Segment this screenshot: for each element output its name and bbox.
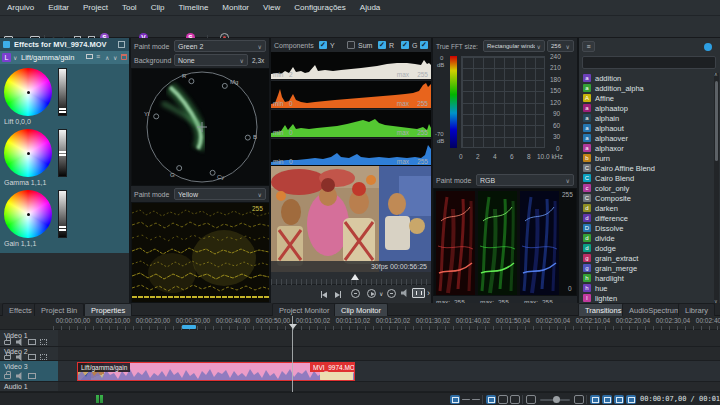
lift-value-slider[interactable] (58, 68, 67, 116)
monitor-ruler[interactable] (271, 272, 431, 285)
list-item[interactable]: ccolor_only (579, 183, 713, 193)
more-options-icon[interactable]: › (427, 288, 430, 298)
float-panel-icon[interactable] (118, 41, 125, 48)
gamma-color-wheel[interactable] (4, 129, 52, 177)
effect-search-input[interactable] (582, 56, 716, 69)
checkbox-sum[interactable] (347, 41, 355, 49)
tab-properties[interactable]: Properties (84, 303, 132, 316)
list-item[interactable]: aaddition (579, 73, 713, 83)
list-item[interactable]: aaddition_alpha (579, 83, 713, 93)
menu-configuracoes[interactable]: Configurações (287, 0, 353, 16)
audio-volume-icon[interactable] (401, 289, 409, 297)
presets-icon[interactable] (86, 54, 93, 59)
menu-tool[interactable]: Tool (115, 0, 144, 16)
fft-size-select[interactable]: 256∨ (547, 40, 574, 52)
monitor-video[interactable]: 30fps 00:00:56:25 (271, 166, 431, 272)
selection-tool-icon[interactable] (486, 395, 496, 404)
show-markers-icon[interactable] (614, 395, 624, 404)
tab-library[interactable]: Library (678, 303, 715, 316)
tab-clip-monitor[interactable]: Clip Monitor (334, 303, 388, 316)
parade-paint-mode-select[interactable]: RGB∨ (476, 174, 574, 186)
menu-monitor[interactable]: Monitor (215, 0, 256, 16)
monitor-playhead-marker[interactable] (351, 274, 359, 280)
lock-track-icon[interactable] (4, 355, 11, 360)
track-audio1-header[interactable]: Audio 1 (0, 382, 58, 392)
list-item[interactable]: aalphaover (579, 133, 713, 143)
list-item[interactable]: ddodge (579, 243, 713, 253)
list-scrollbar[interactable]: ∧ ∨ (714, 73, 719, 303)
track-video2-header[interactable]: Video 2 (0, 347, 58, 361)
waveform-paint-mode-select[interactable]: Yellow∨ (174, 188, 266, 200)
track-effects-icon[interactable] (40, 339, 47, 345)
slider-handle[interactable] (59, 151, 66, 153)
menu-timeline[interactable]: Timeline (171, 0, 215, 16)
checkbox-b[interactable]: ✓ (420, 41, 428, 49)
favorites-toggle-icon[interactable] (704, 43, 712, 51)
menu-view[interactable]: View (256, 0, 287, 16)
timecode-dropdown-icon[interactable]: ∨ (711, 395, 715, 402)
list-item[interactable]: CCairo Affine Blend (579, 163, 713, 173)
rewind-1-frame-icon[interactable] (321, 290, 327, 299)
effect-row-lift-gamma-gain[interactable]: L ∨ Lift/gamma/gain ≡ ∧ ∨ (0, 51, 129, 64)
track-tool-icon[interactable] (450, 395, 460, 404)
collapse-effect-icon[interactable]: ∨ (13, 54, 17, 61)
menu-clip[interactable]: Clip (144, 0, 172, 16)
tab-project-bin[interactable]: Project Bin (34, 303, 84, 316)
zoom-out-icon[interactable] (526, 395, 536, 404)
hide-track-icon[interactable] (28, 373, 36, 379)
track-video1-header[interactable]: Video 1 (0, 330, 58, 347)
gain-value-slider[interactable] (58, 190, 67, 238)
spacer-tool-icon[interactable] (462, 399, 470, 400)
fft-window-select[interactable]: Rectangular window∨ (483, 40, 545, 52)
lock-track-icon[interactable] (4, 340, 11, 345)
menu-ajuda[interactable]: Ajuda (353, 0, 387, 16)
timeline-zoom-slider[interactable] (540, 399, 570, 401)
list-item[interactable]: llighten (579, 293, 713, 303)
list-item[interactable]: ggrain_merge (579, 263, 713, 273)
slider-handle[interactable] (59, 108, 66, 110)
checkbox-r[interactable]: ✓ (378, 41, 386, 49)
vectorscope-background-select[interactable]: None∨ (174, 54, 248, 66)
tab-transitions[interactable]: Transitions (578, 303, 628, 316)
go-to-zone-start-icon[interactable] (351, 289, 360, 298)
playhead-marker[interactable] (289, 324, 297, 329)
list-item[interactable]: AAffine (579, 93, 713, 103)
list-item[interactable]: CComposite (579, 193, 713, 203)
zoom-fit-icon[interactable] (574, 395, 584, 404)
list-item[interactable]: CCairo Blend (579, 173, 713, 183)
scrollbar-thumb[interactable] (715, 81, 718, 161)
list-item[interactable]: aalphaout (579, 123, 713, 133)
zone-mode-icon[interactable] (412, 288, 425, 298)
list-item[interactable]: aalphaatop (579, 103, 713, 113)
effect-menu-icon[interactable]: ≡ (96, 53, 100, 60)
hide-track-icon[interactable] (28, 339, 36, 345)
delete-effect-icon[interactable] (121, 54, 127, 60)
mute-track-icon[interactable] (16, 372, 24, 380)
menu-editar[interactable]: Editar (41, 0, 76, 16)
show-audio-thumbnails-icon[interactable] (602, 395, 612, 404)
forward-1-frame-icon[interactable] (335, 290, 341, 299)
menu-project[interactable]: Project (76, 0, 115, 16)
list-item[interactable]: ggrain_extract (579, 253, 713, 263)
scroll-up-icon[interactable]: ∧ (714, 71, 718, 77)
go-to-zone-end-icon[interactable] (387, 289, 396, 298)
razor-guide-icon[interactable] (472, 399, 480, 400)
snap-icon[interactable] (626, 395, 636, 404)
hide-track-icon[interactable] (28, 354, 36, 360)
list-item[interactable]: ddarken (579, 203, 713, 213)
timeline-zone[interactable] (182, 325, 196, 329)
list-item[interactable]: aalphain (579, 113, 713, 123)
zoom-slider-knob[interactable] (553, 396, 560, 403)
tab-project-monitor[interactable]: Project Monitor (272, 303, 336, 316)
vectorscope-paint-mode-select[interactable]: Green 2∨ (174, 40, 266, 52)
list-item[interactable]: ddivide (579, 233, 713, 243)
slider-handle[interactable] (59, 226, 66, 228)
list-view-mode-button[interactable]: ≡ (582, 41, 595, 52)
track-video3-header[interactable]: Video 3 (0, 361, 58, 382)
list-item[interactable]: aalphaxor (579, 143, 713, 153)
move-effect-down-icon[interactable]: ∨ (113, 54, 117, 61)
list-item[interactable]: hhardlight (579, 273, 713, 283)
menu-arquivo[interactable]: Arquivo (0, 0, 41, 16)
play-dropdown-icon[interactable]: ∨ (379, 290, 383, 297)
checkbox-y[interactable]: ✓ (319, 41, 327, 49)
